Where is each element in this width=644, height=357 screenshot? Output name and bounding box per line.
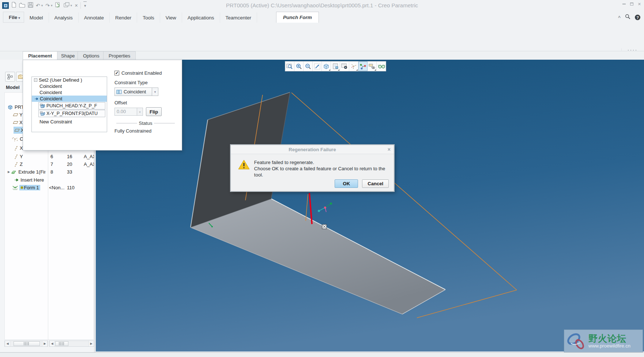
checkbox-checked-icon[interactable]: ✓ <box>114 71 119 75</box>
tree-cell: 33 <box>67 168 82 175</box>
display-style-button[interactable] <box>322 62 331 71</box>
tab-properties[interactable]: Properties <box>103 51 136 60</box>
scroll-right-icon[interactable]: ▶ <box>88 341 94 346</box>
cancel-button[interactable]: Cancel <box>362 179 389 188</box>
zoom-region-button[interactable] <box>285 62 294 71</box>
redo-icon[interactable]: ↷ <box>45 2 50 9</box>
new-file-icon[interactable] <box>11 2 16 9</box>
tab-placement[interactable]: Placement <box>23 51 57 60</box>
tab-shape[interactable]: Shape <box>56 51 80 60</box>
tab-view[interactable]: View <box>160 12 182 23</box>
windows-caret-icon[interactable]: ▾ <box>71 4 72 7</box>
extrude-icon <box>11 170 16 174</box>
save-icon[interactable] <box>28 2 33 9</box>
tree-columns-scrollbar[interactable]: ◀ ▶ <box>49 341 94 347</box>
dashboard-panel-tabs: Placement Shape Options Properties <box>0 51 644 60</box>
tree-cell: 16 <box>67 153 82 160</box>
punch-form-dashboard: PUNCH_HEAD ▾ <box>0 23 644 51</box>
collapse-icon[interactable]: − <box>34 78 37 82</box>
warning-icon <box>238 159 249 170</box>
offset-value-input[interactable]: 0.00 <box>114 108 137 116</box>
tab-file[interactable]: File▾ <box>3 12 24 23</box>
zoom-in-button[interactable] <box>294 62 304 71</box>
collapse-ribbon-icon[interactable]: ^ <box>618 15 621 20</box>
scroll-right-icon[interactable]: ▶ <box>42 341 48 346</box>
tree-scrollbar[interactable]: ◀ ▶ <box>4 341 48 347</box>
tab-applications[interactable]: Applications <box>182 12 220 23</box>
constraint-set-header[interactable]: − Set2 (User Defined ) <box>32 77 107 83</box>
scroll-left-icon[interactable]: ◀ <box>5 341 10 346</box>
new-constraint-item[interactable]: New Constraint <box>32 119 107 125</box>
undo-icon[interactable]: ↶ <box>36 2 40 9</box>
model-tree-tab[interactable] <box>5 72 15 82</box>
tree-row-axis-y[interactable]: Y <box>14 153 23 160</box>
expander-icon[interactable]: ▶ <box>8 170 10 174</box>
datum-axis-icon <box>14 162 18 167</box>
tree-row-insert-here[interactable]: Insert Here <box>14 176 44 183</box>
forum-watermark: 野火论坛 www.proewildfire.cn <box>564 330 643 352</box>
svg-text:x: x <box>17 139 18 141</box>
tree-row-form1-selected[interactable]: ✱ Form 1 <box>12 184 40 191</box>
app-icon[interactable] <box>2 2 9 9</box>
regeneration-failure-dialog: Regeneration Failure × Feature failed to… <box>230 145 394 191</box>
tab-analysis[interactable]: Analysis <box>49 12 79 23</box>
saved-orientations-button[interactable] <box>331 62 340 71</box>
undo-caret-icon[interactable]: ▾ <box>41 4 43 7</box>
datum-axis-icon <box>14 154 18 159</box>
maximize-icon[interactable] <box>630 3 633 5</box>
csys-icon: yx <box>12 137 18 142</box>
constraint-item[interactable]: Coincident <box>32 89 107 96</box>
tree-row-plane-x[interactable]: X <box>14 119 23 126</box>
watermark-url[interactable]: www.proewildfire.cn <box>588 343 630 349</box>
window-controls: ✕ <box>622 2 641 6</box>
spin-center-button[interactable] <box>377 62 386 71</box>
tree-cell: A_AX <box>84 161 94 168</box>
minimize-icon[interactable] <box>622 4 626 4</box>
help-icon[interactable]: ? <box>635 15 640 20</box>
tree-cell: 6 <box>50 153 65 160</box>
tree-row-axis-z[interactable]: Z <box>14 161 23 168</box>
capture-button[interactable] <box>340 62 349 71</box>
window-title: PRT0005 (Active) C:\Users\wanghaoo\Deskt… <box>73 0 571 11</box>
constraint-item[interactable]: Coincident <box>32 83 107 89</box>
windows-icon[interactable] <box>64 2 69 9</box>
constraint-enabled-row[interactable]: ✓ Constraint Enabled <box>114 70 180 76</box>
3d-dragger-button[interactable] <box>358 62 368 71</box>
tab-render[interactable]: Render <box>110 12 137 23</box>
constraint-item-selected[interactable]: Coincident <box>32 96 107 102</box>
status-value: Fully Constrained <box>114 128 180 134</box>
reference-chip-1[interactable]: PUNCH_HEAD:Y-Z_P_F <box>38 102 105 109</box>
redo-caret-icon[interactable]: ▾ <box>51 4 53 7</box>
tree-row-plane-y[interactable]: Y <box>14 111 23 118</box>
reference-chip-2[interactable]: X-Y_P_FRONT:F3(DATU <box>38 110 105 117</box>
datum-display-filters-button[interactable] <box>349 62 358 71</box>
ribbon-right-controls: ^ ? <box>618 14 640 21</box>
constraint-type-dropdown-icon[interactable]: ▾ <box>152 88 158 96</box>
tab-punch-form[interactable]: Punch Form <box>276 12 319 23</box>
tab-tools[interactable]: Tools <box>137 12 160 23</box>
scroll-left-icon[interactable]: ◀ <box>49 341 55 346</box>
zoom-out-button[interactable] <box>304 62 313 71</box>
constraint-type-combo[interactable]: Coincident ▾ <box>114 88 180 96</box>
tab-options[interactable]: Options <box>78 51 105 60</box>
flip-button[interactable]: Flip <box>146 107 162 116</box>
tree-row-extrude[interactable]: ▶ Extrude 1(First <box>8 168 45 175</box>
annotation-display-button[interactable] <box>368 62 377 71</box>
tab-model[interactable]: Model <box>24 12 49 23</box>
ok-button[interactable]: OK <box>335 179 358 188</box>
open-file-icon[interactable] <box>19 2 25 9</box>
refit-button[interactable] <box>313 62 322 71</box>
tree-cell: 110 <box>67 184 82 191</box>
part-icon <box>8 105 13 109</box>
offset-dropdown-icon[interactable]: ▾ <box>137 108 143 116</box>
dialog-title-bar[interactable]: Regeneration Failure × <box>231 145 394 154</box>
close-icon[interactable]: ✕ <box>638 2 641 6</box>
search-icon[interactable] <box>625 14 630 21</box>
offset-label: Offset <box>114 100 180 105</box>
dialog-close-icon[interactable]: × <box>388 145 391 154</box>
tree-row-csys[interactable]: yx C <box>12 135 23 142</box>
regenerate-icon[interactable] <box>55 2 61 9</box>
tab-annotate[interactable]: Annotate <box>79 12 110 23</box>
tab-teamcenter[interactable]: Teamcenter <box>220 12 257 23</box>
tree-row-axis-x[interactable]: X <box>14 145 23 152</box>
